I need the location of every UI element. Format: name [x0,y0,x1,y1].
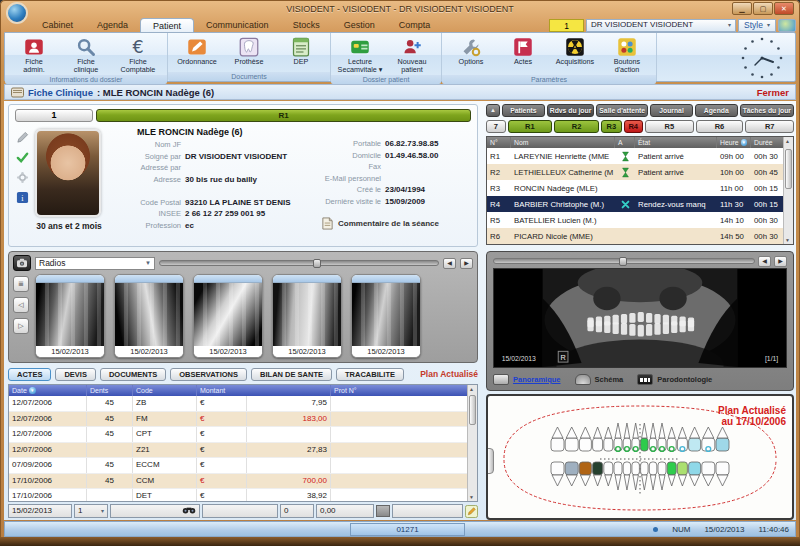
xray-next-button[interactable]: ▶ [774,256,787,267]
xray-prev-button[interactable]: ◀ [758,256,771,267]
appointment-row-r5[interactable]: R5BATELLIER Lucien (M.)14h 1000h 30 [487,212,793,228]
style-select[interactable]: Style▾ [738,19,776,32]
lecture-secamvitale-button[interactable]: Lecture Secamvitale ▾ [334,35,386,75]
lower-tooth-9[interactable] [641,462,649,490]
upper-tooth-4[interactable] [593,427,603,451]
resource-button-r3[interactable]: R3 [601,120,621,133]
lower-tooth-7[interactable] [623,462,631,490]
tab-devis[interactable]: DEVIS [55,368,96,381]
appointment-row-r3[interactable]: R3RONCIN Nadège (MLE)11h 0000h 15 [487,180,793,196]
acte-search-field[interactable] [110,504,200,518]
actes-row[interactable]: 12/07/200645CPT€ [9,427,477,443]
panel-drag-handle[interactable] [487,448,494,474]
lower-tooth-15[interactable] [702,462,715,486]
edit-pencil-icon[interactable] [465,505,478,518]
dep-button[interactable]: DEP [275,35,327,66]
xray-tab-parodontologie[interactable]: Parodontologie [637,374,712,385]
upper-tooth-8[interactable] [632,423,640,451]
plan-actualise-label[interactable]: Plan Actualisé [420,369,478,379]
actes-table-header[interactable]: Date▾ Dents Code Montant Prot N° [9,385,477,396]
xray-tab-panoramique[interactable]: Panoramique [493,374,561,385]
appointment-row-r4[interactable]: R4BARBIER Christophe (M.)Rendez-vous man… [487,196,793,212]
acte-count-field[interactable]: 0 [280,504,314,518]
fermer-close-link[interactable]: Fermer [757,87,789,98]
upper-tooth-15[interactable] [702,427,715,451]
appointment-row-r2[interactable]: R2LETHIELLEUX Catherine (MPatient arrivé… [487,164,793,180]
actes-scrollbar[interactable] [467,385,477,501]
lower-tooth-13[interactable] [677,462,687,486]
lower-tooth-6[interactable] [614,462,622,490]
appointment-row-r6[interactable]: R6PICARD Nicole (MME)14h 5000h 30 [487,228,793,244]
lower-tooth-5[interactable] [604,462,613,486]
capture-camera-button[interactable] [13,255,31,271]
tab-salle-d-attente[interactable]: Salle d'attente [596,104,648,117]
radios-scroll-slider[interactable] [159,260,439,266]
radio-thumbnail[interactable]: 15/02/2013 [35,274,105,358]
actes-row[interactable]: 12/07/200645FM€183,00 [9,412,477,428]
acte-date-field[interactable]: 15/02/2013 [8,504,72,518]
upper-tooth-13[interactable] [677,427,687,451]
theme-icon[interactable] [778,19,796,32]
settings-flower-icon[interactable] [16,171,29,184]
maximize-button[interactable]: ▢ [753,2,773,15]
edit-pencil-icon[interactable] [16,131,29,144]
radio-thumbnail[interactable]: 15/02/2013 [351,274,421,358]
lower-tooth-16[interactable] [716,462,729,486]
scroll-left-button[interactable]: ◀ [443,258,456,269]
acte-code-field[interactable] [202,504,278,518]
radio-thumbnail[interactable]: 15/02/2013 [272,274,342,358]
lower-tooth-1[interactable] [551,462,564,486]
session-comment[interactable]: Commentaire de la séance [321,217,475,230]
fiche-admin-button[interactable]: Fiche admin. [8,35,60,75]
actes-row[interactable]: 12/07/2006Z21€27,83 [9,443,477,459]
actes-row[interactable]: 17/10/2006DET€38,92 [9,489,477,502]
resource-button-7[interactable]: 7 [486,120,506,133]
panoramic-xray-image[interactable]: 15/02/2013 R [1/1] [493,268,787,368]
acte-amount-field[interactable]: 0,00 [316,504,374,518]
acte-selector[interactable]: 1▾ [74,504,108,518]
next-button[interactable]: ▷ [13,318,29,334]
lower-tooth-11[interactable] [658,462,666,490]
lower-tooth-14[interactable] [689,462,701,486]
fiche-comptable-button[interactable]: €Fiche Comptable [112,35,164,75]
ribbon-tab-compta[interactable]: Compta [387,18,443,32]
actes-row[interactable]: 12/07/200645ZB€7,95 [9,396,477,412]
tab-actes[interactable]: ACTES [8,368,51,381]
upper-tooth-16[interactable] [716,427,729,451]
upper-tooth-2[interactable] [565,427,578,451]
lower-tooth-4[interactable] [593,462,603,486]
ribbon-tab-patient[interactable]: Patient [140,18,194,32]
radios-type-select[interactable]: Radios▼ [35,257,155,270]
boutons-d-action-button[interactable]: Boutons d'action [601,35,653,75]
upper-tooth-3[interactable] [579,427,591,451]
lower-tooth-12[interactable] [667,462,676,486]
acquisitions-button[interactable]: Acquisitions [549,35,601,66]
lower-tooth-8[interactable] [632,462,640,490]
ordonnance-button[interactable]: Ordonnance [171,35,223,66]
tab-journal[interactable]: Journal [650,104,693,117]
tab-t-ches-du-jour[interactable]: Tâches du jour [740,104,794,117]
ribbon-tab-stocks[interactable]: Stocks [281,18,332,32]
tab-rdvs-du-jour[interactable]: Rdvs du jour [547,104,595,117]
minimize-button[interactable]: ▁ [732,2,752,15]
ribbon-tab-communication[interactable]: Communication [194,18,281,32]
proth-se-button[interactable]: Prothèse [223,35,275,66]
dental-chart-panel[interactable]: Plan Actualiséau 17/10/2006 [486,394,794,520]
tab-tracabilite[interactable]: TRACABILITE [336,368,404,381]
actes-row[interactable]: 17/10/200645CCM€700,00 [9,474,477,490]
tab-observations[interactable]: OBSERVATIONS [170,368,247,381]
resource-button-r6[interactable]: R6 [696,120,744,133]
tab-documents[interactable]: DOCUMENTS [100,368,166,381]
radio-thumbnail[interactable]: 15/02/2013 [193,274,263,358]
collapse-panel-button[interactable]: ▲ [486,104,500,117]
upper-tooth-1[interactable] [551,427,564,451]
doctor-select[interactable]: DR VISIODENT VISIODENT▾ [586,19,736,32]
previous-button[interactable]: ◁ [13,297,29,313]
upper-tooth-10[interactable] [649,423,657,451]
validate-check-icon[interactable] [16,151,29,164]
nouveau-patient-button[interactable]: Nouveau patient [386,35,438,75]
list-view-button[interactable]: ≣ [13,276,29,292]
practitioner-column-button[interactable]: 1 [15,109,93,122]
appointments-header[interactable]: N° Nom A État Heure▾ Durée [487,137,793,148]
tab-agenda[interactable]: Agenda [695,104,738,117]
